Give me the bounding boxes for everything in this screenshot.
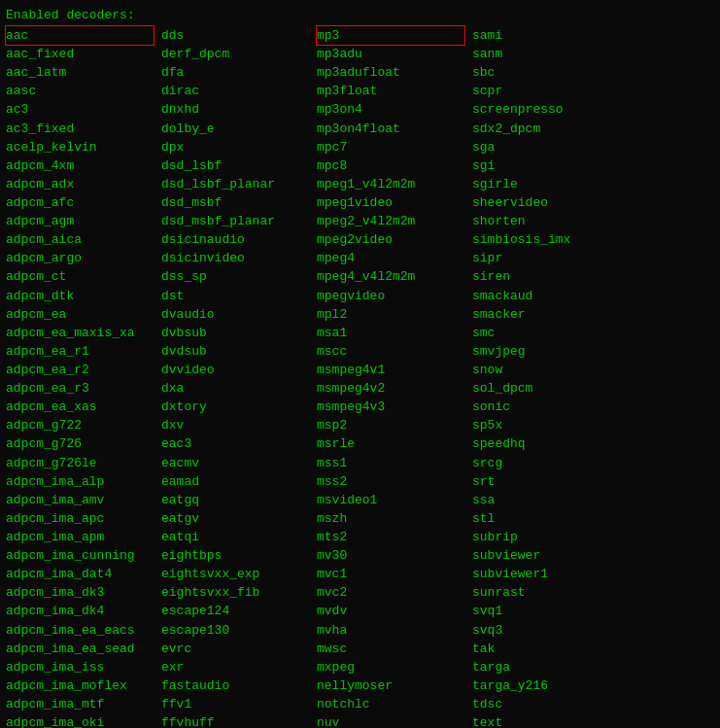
list-item: aac_fixed [6, 45, 154, 63]
list-item: speedhq [472, 434, 628, 453]
list-item: derf_dpcm [161, 45, 309, 63]
list-item: mpeg4_v4l2m2m [317, 267, 464, 286]
list-item: adpcm_ct [6, 267, 154, 286]
list-item: adpcm_ima_alp [6, 472, 154, 491]
list-item: mpeg2_v4l2m2m [317, 212, 464, 230]
list-item: eacmv [161, 454, 309, 472]
list-item: adpcm_afc [6, 193, 154, 212]
list-item: adpcm_g726 [6, 434, 154, 453]
list-item: eatgq [161, 491, 309, 509]
list-item: mpeg1_v4l2m2m [317, 175, 464, 193]
list-item: msvideo1 [317, 491, 464, 509]
list-item: mp3on4 [317, 100, 464, 119]
list-item: dolby_e [161, 120, 309, 138]
list-item: sami [472, 26, 628, 45]
list-item: mp3adufloat [317, 63, 464, 82]
list-item: mxpeg [317, 658, 464, 676]
list-item: eightbps [161, 546, 309, 565]
list-item: fastaudio [161, 676, 309, 695]
list-item: screenpresso [472, 100, 628, 119]
list-item: eightsvxx_exp [161, 565, 309, 583]
list-item: mvdv [317, 602, 464, 620]
list-item: adpcm_adx [6, 175, 154, 193]
column-2: mp3mp3adump3adufloatmp3floatmp3on4mp3on4… [317, 26, 472, 728]
list-item: ssa [472, 491, 628, 509]
list-item: sgi [472, 156, 628, 175]
list-item: escape124 [161, 602, 309, 620]
list-item: sga [472, 138, 628, 156]
list-item: ac3_fixed [6, 120, 154, 138]
list-item: escape130 [161, 621, 309, 640]
list-item: mpl2 [317, 305, 464, 324]
column-3: samisanmsbcscprscreenpressosdx2_dpcmsgas… [472, 26, 628, 728]
list-item: mvc1 [317, 565, 464, 583]
list-item: mp3 [317, 26, 464, 45]
list-item: mpeg1video [317, 193, 464, 212]
list-item: mpc8 [317, 156, 464, 175]
list-item: mwsc [317, 640, 464, 658]
list-item: mpeg4 [317, 249, 464, 267]
list-item: mp3float [317, 82, 464, 100]
list-item: adpcm_ea_maxis_xa [6, 324, 154, 342]
list-item: msmpeg4v1 [317, 361, 464, 379]
list-item: smackaud [472, 287, 628, 305]
list-item: dvvideo [161, 361, 309, 379]
list-item: sipr [472, 249, 628, 267]
list-item: adpcm_ima_cunning [6, 546, 154, 565]
list-item: dst [161, 287, 309, 305]
list-item: sbc [472, 63, 628, 82]
column-1: ddsderf_dpcmdfadiracdnxhddolby_edpxdsd_l… [161, 26, 317, 728]
list-item: msp2 [317, 416, 464, 434]
list-item: aac_latm [6, 63, 154, 82]
list-item: evrc [161, 640, 309, 658]
list-item: mv30 [317, 546, 464, 565]
list-item: nuv [317, 713, 464, 728]
list-item: msmpeg4v2 [317, 379, 464, 398]
list-item: aasc [6, 82, 154, 100]
list-item: adpcm_ea_xas [6, 398, 154, 416]
list-item: adpcm_g722 [6, 416, 154, 434]
list-item: mp3on4float [317, 120, 464, 138]
list-item: msrle [317, 434, 464, 453]
list-item: adpcm_ima_dat4 [6, 565, 154, 583]
list-item: adpcm_dtk [6, 287, 154, 305]
list-item: tdsc [472, 695, 628, 713]
list-item: sdx2_dpcm [472, 120, 628, 138]
list-item: mpeg2video [317, 230, 464, 249]
list-item: dsd_lsbf [161, 156, 309, 175]
list-item: snow [472, 361, 628, 379]
list-item: sheervideo [472, 193, 628, 212]
content-area: aacaac_fixedaac_latmaascac3ac3_fixedacel… [6, 26, 714, 728]
list-item: adpcm_ima_iss [6, 658, 154, 676]
list-item: tak [472, 640, 628, 658]
list-item: adpcm_ima_dk3 [6, 583, 154, 602]
list-item: adpcm_argo [6, 249, 154, 267]
list-item: sonic [472, 398, 628, 416]
list-item: adpcm_aica [6, 230, 154, 249]
list-item: eatgv [161, 509, 309, 528]
list-item: adpcm_ea_r2 [6, 361, 154, 379]
list-item: svq3 [472, 621, 628, 640]
list-item: smc [472, 324, 628, 342]
list-item: eac3 [161, 434, 309, 453]
list-item: notchlc [317, 695, 464, 713]
list-item: dfa [161, 63, 309, 82]
list-item: stl [472, 509, 628, 528]
list-item: mvha [317, 621, 464, 640]
list-item: dds [161, 26, 309, 45]
list-item: dxv [161, 416, 309, 434]
list-item: dsicinvideo [161, 249, 309, 267]
list-item: mvc2 [317, 583, 464, 602]
list-item: adpcm_ima_ea_sead [6, 640, 154, 658]
list-item: adpcm_agm [6, 212, 154, 230]
list-item: adpcm_ea_r3 [6, 379, 154, 398]
list-item: dvbsub [161, 324, 309, 342]
list-item: dss_sp [161, 267, 309, 286]
list-item: scpr [472, 82, 628, 100]
list-item: dirac [161, 82, 309, 100]
header-line: Enabled decoders: [6, 8, 714, 22]
list-item: adpcm_ima_apm [6, 528, 154, 546]
list-item: mts2 [317, 528, 464, 546]
list-item: mp3adu [317, 45, 464, 63]
list-item: dnxhd [161, 100, 309, 119]
